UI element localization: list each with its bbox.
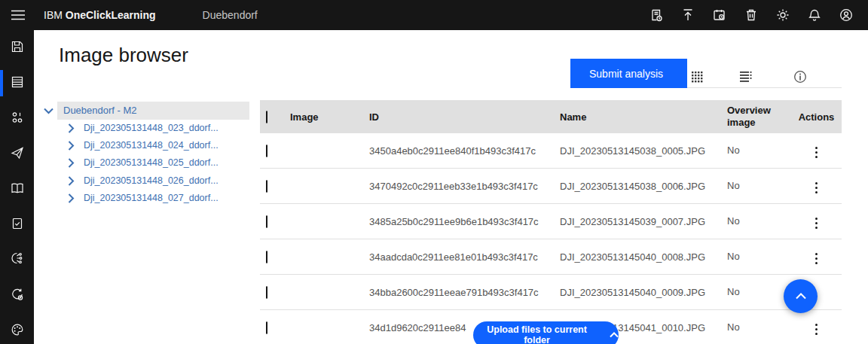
col-image: Image — [290, 111, 369, 123]
col-overview: Overview image — [727, 105, 791, 129]
chevron-right-icon[interactable] — [68, 176, 78, 186]
menu-icon[interactable] — [0, 0, 36, 30]
image-name: DJI_20230513145038_0006.JPG — [560, 181, 727, 192]
chevron-right-icon[interactable] — [68, 123, 78, 133]
table-row[interactable]: 34aadcda0c2911ee81e01b493c3f417c DJI_202… — [260, 239, 842, 275]
settings-icon[interactable] — [767, 0, 799, 30]
tree-node-024[interactable]: Dji_202305131448_024_ddorf... — [68, 140, 219, 151]
save-icon — [11, 40, 24, 56]
tree-item-label: Dji_202305131448_026_ddorf... — [84, 175, 219, 186]
table-row[interactable]: 34bba2600c2911eeae791b493c3f417c DJI_202… — [260, 275, 842, 310]
top-header: IBM OneClickLearning Duebendorf — [0, 0, 868, 30]
tree-item-label: Dji_202305131448_023_ddorf... — [84, 123, 219, 133]
page-title: Image browser — [59, 44, 188, 67]
row-checkbox[interactable] — [266, 215, 267, 228]
tree-node-023[interactable]: Dji_202305131448_023_ddorf... — [68, 123, 219, 133]
notebook-sync-icon[interactable] — [640, 0, 672, 30]
row-actions-menu-icon[interactable] — [811, 215, 822, 232]
chevron-right-icon[interactable] — [68, 193, 78, 203]
breadcrumb-context[interactable]: Duebendorf — [203, 9, 258, 21]
notifications-icon[interactable] — [799, 0, 830, 30]
sidebar-item-tasks[interactable] — [0, 207, 34, 242]
table-row[interactable]: 3470492c0c2911eeb33e1b493c3f417c DJI_202… — [260, 169, 842, 204]
data-table-icon — [11, 75, 24, 92]
palette-icon — [11, 323, 24, 339]
tree-node-027[interactable]: Dji_202305131448_027_ddorf... — [68, 193, 219, 203]
ai-brain-icon — [10, 251, 24, 269]
sidebar-item-models[interactable] — [0, 101, 34, 136]
sidebar-item-ai[interactable] — [0, 242, 34, 278]
sidebar-item-save[interactable] — [0, 30, 34, 65]
table-row[interactable]: 3450a4eb0c2911ee840f1b493c3f417c DJI_202… — [260, 133, 842, 169]
tree-node-026[interactable]: Dji_202305131448_026_ddorf... — [68, 175, 219, 186]
submit-analysis-button[interactable]: Submit analysis — [570, 59, 687, 88]
upload-files-button[interactable]: Upload files to current folder — [473, 321, 619, 344]
grid-view-icon[interactable] — [680, 65, 714, 88]
image-table: Image ID Name Overview image Actions 345… — [260, 100, 842, 344]
image-name: DJI_20230513145040_0009.JPG — [560, 287, 727, 298]
tree-node-025[interactable]: Dji_202305131448_025_ddorf... — [68, 157, 219, 168]
overview-flag: No — [727, 321, 791, 333]
chevron-up-icon — [610, 332, 619, 338]
sidebar-item-history[interactable] — [0, 278, 34, 313]
brand[interactable]: IBM OneClickLearning — [44, 9, 156, 21]
row-checkbox[interactable] — [266, 286, 267, 299]
row-actions-menu-icon[interactable] — [811, 179, 822, 196]
chevron-up-icon — [796, 293, 806, 300]
row-checkbox[interactable] — [266, 251, 267, 263]
model-icon — [11, 111, 24, 127]
image-name: DJI_20230513145039_0007.JPG — [560, 216, 727, 227]
left-sidebar — [0, 30, 34, 344]
sidebar-item-image-browser[interactable] — [0, 65, 34, 101]
app-window: IBM OneClickLearning Duebendorf — [0, 0, 868, 344]
col-actions: Actions — [791, 111, 842, 123]
upload-files-label: Upload files to current folder — [473, 324, 601, 344]
brand-prefix: IBM — [44, 9, 63, 21]
image-name: DJI_20230513145040_0008.JPG — [560, 251, 727, 263]
row-actions-menu-icon[interactable] — [811, 321, 822, 338]
calendar-clock-icon[interactable] — [704, 0, 735, 30]
overview-flag: No — [727, 286, 791, 298]
table-header-row: Image ID Name Overview image Actions — [260, 100, 842, 133]
chevron-right-icon[interactable] — [68, 158, 78, 168]
info-icon[interactable] — [783, 65, 818, 88]
row-checkbox[interactable] — [266, 321, 267, 334]
send-icon — [11, 146, 24, 163]
chevron-right-icon[interactable] — [68, 141, 78, 151]
table-row[interactable]: 3485a25b0c2911ee9b6e1b493c3f417c DJI_202… — [260, 204, 842, 239]
tree-item-label: Dji_202305131448_027_ddorf... — [84, 193, 219, 203]
overview-flag: No — [727, 251, 791, 263]
row-checkbox[interactable] — [266, 145, 267, 157]
image-id: 34bba2600c2911eeae791b493c3f417c — [369, 287, 560, 298]
chevron-down-icon[interactable] — [41, 108, 55, 114]
sidebar-item-send[interactable] — [0, 136, 34, 172]
overview-flag: No — [727, 145, 791, 157]
row-actions-menu-icon[interactable] — [811, 250, 822, 267]
sidebar-item-catalog[interactable] — [0, 172, 34, 207]
sidebar-item-labeling[interactable] — [0, 313, 34, 344]
row-actions-menu-icon[interactable] — [811, 144, 822, 161]
upload-icon[interactable] — [672, 0, 704, 30]
image-id: 3470492c0c2911eeb33e1b493c3f417c — [369, 181, 560, 192]
book-icon — [11, 181, 24, 198]
col-id: ID — [369, 111, 560, 123]
scroll-to-top-button[interactable] — [784, 279, 818, 313]
image-name: DJI_20230513145038_0005.JPG — [560, 145, 727, 157]
row-checkbox[interactable] — [266, 180, 267, 193]
overview-flag: No — [727, 180, 791, 192]
clipboard-check-icon — [11, 217, 24, 233]
image-id: 3485a25b0c2911ee9b6e1b493c3f417c — [369, 216, 560, 227]
brand-name: OneClickLearning — [66, 9, 156, 21]
image-id: 3450a4eb0c2911ee840f1b493c3f417c — [369, 145, 560, 157]
overview-flag: No — [727, 215, 791, 227]
select-all-checkbox[interactable] — [266, 111, 267, 123]
history-icon — [11, 288, 24, 304]
tree-item-label: Dji_202305131448_024_ddorf... — [84, 140, 219, 151]
account-icon[interactable] — [830, 0, 862, 30]
tree-item-label: Dji_202305131448_025_ddorf... — [84, 157, 219, 168]
trash-icon[interactable] — [735, 0, 767, 30]
list-view-icon[interactable] — [729, 65, 763, 88]
tree-root-label[interactable]: Duebendorf - M2 — [57, 102, 249, 120]
tree-node-root[interactable]: Duebendorf - M2 — [41, 102, 249, 120]
image-id: 34aadcda0c2911ee81e01b493c3f417c — [369, 251, 560, 263]
